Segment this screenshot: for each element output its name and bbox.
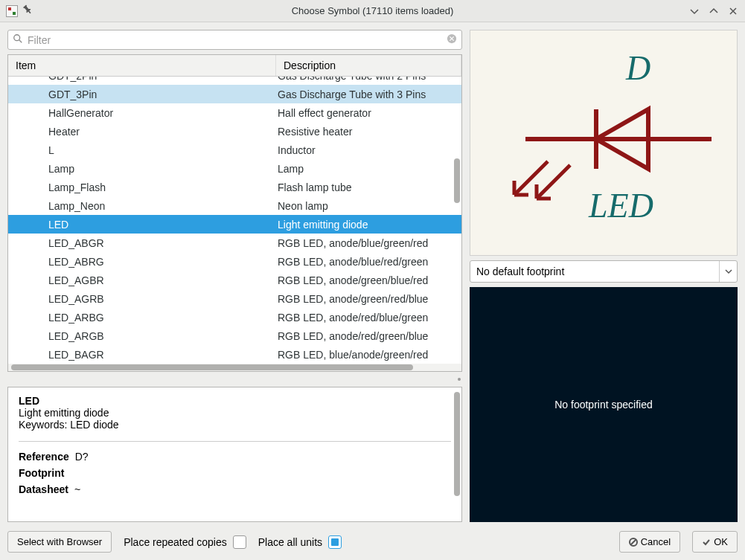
titlebar: Choose Symbol (17110 items loaded)	[0, 0, 745, 22]
list-header[interactable]: Item Description	[8, 55, 461, 77]
list-item-desc: RGB LED, anode/red/blue/green	[276, 312, 461, 324]
list-item-name: LED_ARBG	[8, 312, 276, 324]
list-item[interactable]: LEDLight emitting diode	[8, 215, 461, 234]
reference-value: D?	[75, 451, 89, 463]
list-item[interactable]: LED_ABRGRGB LED, anode/blue/red/green	[8, 252, 461, 271]
bottom-bar: Select with Browser Place repeated copie…	[7, 528, 738, 553]
list-item-name: GDT_3Pin	[8, 88, 276, 100]
maximize-button[interactable]	[708, 5, 720, 17]
list-item[interactable]: LInductor	[8, 141, 461, 159]
place-repeated-label: Place repeated copies	[124, 536, 227, 548]
list-item-name: LED_ABRG	[8, 256, 276, 268]
list-item-desc: Hall effect generator	[276, 107, 461, 119]
list-item[interactable]: GDT_3PinGas Discharge Tube with 3 Pins	[8, 85, 461, 103]
list-item-desc: Inductor	[276, 144, 461, 156]
list-item-desc: Neon lamp	[276, 200, 461, 212]
list-item-name: HallGenerator	[8, 107, 276, 119]
footprint-combo-label: No default footprint	[470, 265, 719, 277]
splitter-handle[interactable]	[7, 376, 462, 382]
place-all-units-checkbox[interactable]	[328, 535, 342, 549]
list-item-name: LED_AGBR	[8, 274, 276, 286]
footprint-combo[interactable]: No default footprint	[470, 260, 738, 283]
svg-line-8	[630, 539, 636, 544]
list-item[interactable]: LED_AGBRRGB LED, anode/green/blue/red	[8, 271, 461, 289]
footprint-preview[interactable]: No footprint specified	[470, 287, 738, 522]
list-item-desc: Flash lamp tube	[276, 181, 461, 193]
list-item[interactable]: Lamp_FlashFlash lamp tube	[8, 178, 461, 196]
list-item[interactable]: LED_ABGRRGB LED, anode/blue/green/red	[8, 234, 461, 252]
list-item-desc: Resistive heater	[276, 126, 461, 138]
horizontal-scrollbar[interactable]	[8, 364, 461, 371]
app-icon	[6, 5, 18, 17]
list-item-name: Lamp_Flash	[8, 181, 276, 193]
list-item-name: L	[8, 144, 276, 156]
list-item-desc: Gas Discharge Tube with 2 Pins	[276, 77, 461, 82]
list-item[interactable]: LampLamp	[8, 159, 461, 178]
list-item[interactable]: HeaterResistive heater	[8, 122, 461, 141]
list-item[interactable]: LED_BAGRRGB LED, blue/anode/green/red	[8, 345, 461, 364]
detail-name: LED	[19, 395, 451, 407]
detail-keywords: Keywords: LED diode	[19, 419, 451, 431]
list-item[interactable]: LED_AGRBRGB LED, anode/green/red/blue	[8, 289, 461, 308]
ok-button[interactable]: OK	[692, 531, 738, 553]
list-item-desc: Light emitting diode	[276, 219, 461, 231]
column-header-item[interactable]: Item	[8, 55, 276, 76]
search-icon	[13, 33, 23, 46]
list-item[interactable]: Lamp_NeonNeon lamp	[8, 196, 461, 215]
detail-panel: LED Light emitting diode Keywords: LED d…	[7, 387, 462, 522]
reference-label: Reference	[19, 451, 69, 463]
clear-filter-icon[interactable]	[447, 33, 457, 46]
list-item-desc: RGB LED, anode/red/green/blue	[276, 330, 461, 342]
list-item-desc: RGB LED, anode/blue/green/red	[276, 237, 461, 249]
list-item-name: Lamp	[8, 163, 276, 175]
list-item-desc: RGB LED, anode/blue/red/green	[276, 256, 461, 268]
list-item-name: LED	[8, 219, 276, 231]
list-item[interactable]: HallGeneratorHall effect generator	[8, 103, 461, 122]
pin-icon[interactable]	[22, 4, 33, 17]
list-item-name: LED_ABGR	[8, 237, 276, 249]
chevron-down-icon	[719, 261, 737, 282]
list-item-name: LED_AGRB	[8, 293, 276, 305]
svg-line-1	[19, 40, 22, 43]
detail-description: Light emitting diode	[19, 407, 451, 419]
filter-input[interactable]	[28, 34, 442, 46]
vertical-scrollbar[interactable]	[454, 158, 460, 203]
list-item-name: GDT_2Pin	[8, 77, 276, 82]
list-item-desc: RGB LED, blue/anode/green/red	[276, 349, 461, 361]
cancel-icon	[629, 538, 638, 547]
select-with-browser-button[interactable]: Select with Browser	[7, 531, 112, 553]
list-item-desc: Gas Discharge Tube with 3 Pins	[276, 88, 461, 100]
list-item-desc: Lamp	[276, 163, 461, 175]
filter-bar[interactable]	[7, 30, 462, 50]
list-item-name: Heater	[8, 126, 276, 138]
list-item-desc: RGB LED, anode/green/blue/red	[276, 274, 461, 286]
footprint-label: Footprint	[19, 467, 64, 479]
svg-point-0	[14, 35, 20, 41]
list-item-name: LED_ARGB	[8, 330, 276, 342]
place-all-units-option[interactable]: Place all units	[258, 535, 342, 549]
place-all-units-label: Place all units	[258, 536, 322, 548]
window-title: Choose Symbol (17110 items loaded)	[0, 5, 745, 16]
place-repeated-option[interactable]: Place repeated copies	[124, 535, 246, 549]
close-button[interactable]	[727, 5, 739, 17]
list-item[interactable]: LED_ARBGRGB LED, anode/red/blue/green	[8, 308, 461, 326]
detail-scrollbar[interactable]	[454, 392, 460, 496]
datasheet-value: ~	[74, 483, 80, 495]
check-icon	[702, 538, 711, 547]
cancel-button[interactable]: Cancel	[619, 531, 680, 553]
list-item-name: LED_BAGR	[8, 349, 276, 361]
list-item[interactable]: LED_ARGBRGB LED, anode/red/green/blue	[8, 326, 461, 345]
list-item-name: Lamp_Neon	[8, 200, 276, 212]
footprint-preview-text: No footprint specified	[554, 399, 653, 411]
column-header-description[interactable]: Description	[276, 55, 461, 76]
preview-value: LED	[588, 187, 653, 225]
minimize-button[interactable]	[688, 5, 700, 17]
symbol-list: Item Description GDT_2PinGas Discharge T…	[7, 54, 462, 372]
symbol-preview[interactable]: D LED	[470, 30, 738, 256]
datasheet-label: Datasheet	[19, 483, 68, 495]
list-item-desc: RGB LED, anode/green/red/blue	[276, 293, 461, 305]
list-item[interactable]: GDT_2PinGas Discharge Tube with 2 Pins	[8, 77, 461, 85]
place-repeated-checkbox[interactable]	[233, 535, 246, 549]
preview-reference: D	[625, 49, 650, 87]
